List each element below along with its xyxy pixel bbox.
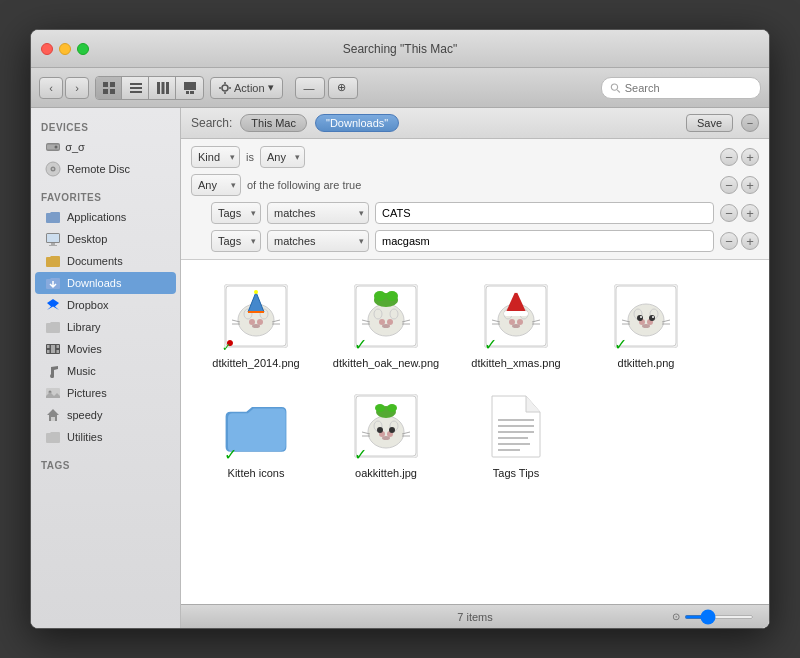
sidebar-item-music[interactable]: Music [35, 360, 176, 382]
dropbox-icon [45, 297, 61, 313]
downloads-scope-button[interactable]: "Downloads" [315, 114, 399, 132]
close-search-button[interactable]: − [741, 114, 759, 132]
back-button[interactable]: ‹ [39, 77, 63, 99]
action-button[interactable]: Action ▾ [210, 77, 283, 99]
downloads-folder-icon [45, 275, 61, 291]
view-column-button[interactable] [150, 77, 176, 99]
list-view-icon [129, 81, 143, 95]
action-label: Action [234, 82, 265, 94]
view-icon-button[interactable] [96, 77, 122, 99]
file-item-2[interactable]: ✓ dtkitteh_oak_new.png [326, 275, 446, 375]
grid-view-icon [102, 81, 116, 95]
file-item-4[interactable]: ✓ dtkitteh.png [586, 275, 706, 375]
svg-rect-28 [51, 243, 55, 245]
svg-point-22 [55, 146, 58, 149]
view-cover-button[interactable] [177, 77, 203, 99]
this-mac-scope-button[interactable]: This Mac [240, 114, 307, 132]
kind-select[interactable]: Kind [191, 146, 240, 168]
remove-filter2-button[interactable]: − [720, 204, 738, 222]
sidebar-item-desktop[interactable]: Desktop [35, 228, 176, 250]
svg-rect-4 [130, 83, 142, 85]
sidebar-item-drive[interactable]: σ_σ [35, 136, 176, 158]
utilities-label: Utilities [67, 431, 102, 443]
forward-button[interactable]: › [65, 77, 89, 99]
library-label: Library [67, 321, 101, 333]
close-button[interactable] [41, 43, 53, 55]
utilities-icon [45, 429, 61, 445]
view-buttons [95, 76, 204, 100]
svg-rect-39 [51, 417, 55, 421]
any-select[interactable]: Any All [191, 174, 241, 196]
remove-filter1-button[interactable]: − [720, 148, 738, 166]
applications-icon [45, 209, 61, 225]
svg-point-53 [254, 290, 258, 294]
maximize-button[interactable] [77, 43, 89, 55]
sidebar-item-pictures[interactable]: Pictures [35, 382, 176, 404]
cd-icon [45, 161, 61, 177]
file-badge-1: ● ✓ [220, 332, 240, 352]
tags-field-select2[interactable]: Tags [211, 230, 261, 252]
remove-filter3-button[interactable]: − [720, 232, 738, 250]
minimize-button[interactable] [59, 43, 71, 55]
svg-point-115 [387, 404, 397, 412]
filter-rows: Kind is Any − + [181, 139, 769, 260]
file-icon-wrapper-1: ● ✓ [220, 280, 292, 352]
svg-rect-3 [110, 89, 115, 94]
add-anyrow-button[interactable]: + [741, 176, 759, 194]
tags-value-input2[interactable] [375, 230, 714, 252]
sidebar-item-movies[interactable]: Movies [35, 338, 176, 360]
svg-line-19 [617, 89, 620, 92]
file-item-1[interactable]: ● ✓ dtkitteh_2014.png [196, 275, 316, 375]
svg-rect-6 [130, 91, 142, 93]
file-badge-6: ✓ [350, 444, 370, 464]
file-item-6[interactable]: ✓ oakkitteh.jpg [326, 385, 446, 485]
any-row: Any All of the following are true − + [191, 171, 759, 199]
add-filter1-button[interactable]: + [741, 148, 759, 166]
tags-field-select1[interactable]: Tags [211, 202, 261, 224]
save-search-button[interactable]: Save [686, 114, 733, 132]
movies-label: Movies [67, 343, 102, 355]
add-filter3-button[interactable]: + [741, 232, 759, 250]
sidebar-item-applications[interactable]: Applications [35, 206, 176, 228]
remove-anyrow-button[interactable]: − [720, 176, 738, 194]
sidebar-item-speedy[interactable]: speedy [35, 404, 176, 426]
any-value-select[interactable]: Any [260, 146, 305, 168]
toggle-button2[interactable]: ⊕ [328, 77, 358, 99]
documents-icon [45, 253, 61, 269]
check-badge-6: ✓ [354, 445, 367, 464]
check-badge-4: ✓ [614, 335, 627, 354]
action-chevron: ▾ [268, 81, 274, 94]
toggle-button1[interactable]: — [295, 77, 325, 99]
svg-point-84 [513, 287, 519, 293]
docs-folder-icon [45, 253, 61, 269]
file-item-3[interactable]: ✓ dtkitteh_xmas.png [456, 275, 576, 375]
svg-point-97 [637, 315, 643, 321]
add-filter2-button[interactable]: + [741, 204, 759, 222]
file-item-7[interactable]: Tags Tips [456, 385, 576, 485]
sidebar-item-downloads[interactable]: Downloads [35, 272, 176, 294]
monitor-icon [45, 231, 61, 247]
matches-operator-select1[interactable]: matches does not match [267, 202, 369, 224]
svg-point-58 [374, 309, 382, 319]
sidebar-item-remote-disc[interactable]: Remote Disc [35, 158, 176, 180]
sidebar-item-documents[interactable]: Documents [35, 250, 176, 272]
zoom-range-input[interactable] [684, 615, 754, 619]
svg-rect-83 [504, 311, 528, 316]
tags-value-input1[interactable] [375, 202, 714, 224]
file-icon-wrapper-7 [480, 390, 552, 462]
sidebar-item-dropbox[interactable]: Dropbox [35, 294, 176, 316]
svg-rect-8 [161, 82, 164, 94]
search-input[interactable] [625, 82, 752, 94]
view-list-button[interactable] [123, 77, 149, 99]
sidebar-item-library[interactable]: Library [35, 316, 176, 338]
file-item-5[interactable]: ✓ Kitteh icons [196, 385, 316, 485]
svg-point-99 [640, 316, 642, 318]
search-scope-bar: Search: This Mac "Downloads" Save − [181, 108, 769, 139]
matches-select2-wrapper: matches does not match [267, 230, 369, 252]
svg-rect-7 [157, 82, 160, 94]
matches-operator-select2[interactable]: matches does not match [267, 230, 369, 252]
svg-point-103 [368, 416, 404, 448]
svg-rect-10 [184, 82, 196, 90]
filter-row3-actions: − + [720, 232, 759, 250]
sidebar-item-utilities[interactable]: Utilities [35, 426, 176, 448]
